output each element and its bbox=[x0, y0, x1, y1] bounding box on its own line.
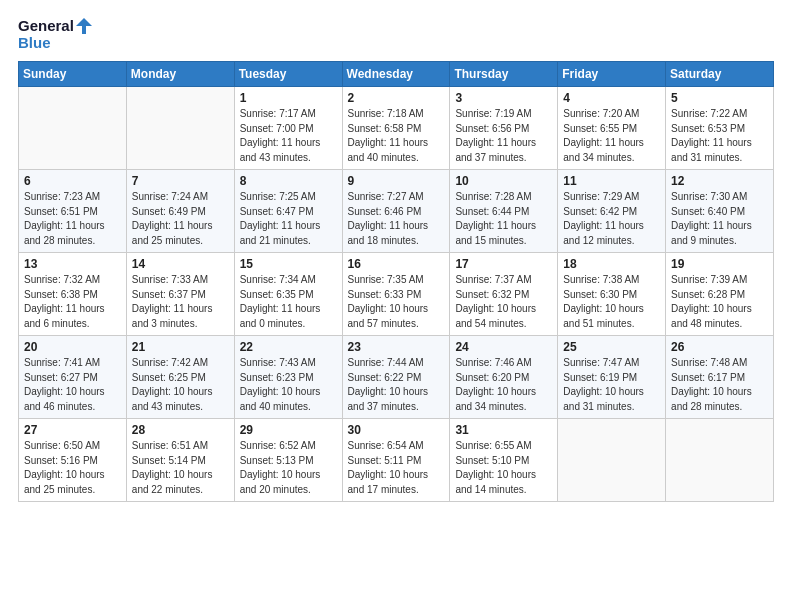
weekday-header-monday: Monday bbox=[126, 62, 234, 87]
day-number: 28 bbox=[132, 423, 229, 437]
day-number: 25 bbox=[563, 340, 660, 354]
day-cell: 16Sunrise: 7:35 AM Sunset: 6:33 PM Dayli… bbox=[342, 253, 450, 336]
svg-marker-0 bbox=[76, 18, 92, 34]
day-info: Sunrise: 6:51 AM Sunset: 5:14 PM Dayligh… bbox=[132, 439, 229, 497]
day-info: Sunrise: 7:29 AM Sunset: 6:42 PM Dayligh… bbox=[563, 190, 660, 248]
day-number: 7 bbox=[132, 174, 229, 188]
day-cell: 3Sunrise: 7:19 AM Sunset: 6:56 PM Daylig… bbox=[450, 87, 558, 170]
calendar-table: SundayMondayTuesdayWednesdayThursdayFrid… bbox=[18, 61, 774, 502]
day-info: Sunrise: 7:33 AM Sunset: 6:37 PM Dayligh… bbox=[132, 273, 229, 331]
week-row-5: 27Sunrise: 6:50 AM Sunset: 5:16 PM Dayli… bbox=[19, 419, 774, 502]
day-cell: 22Sunrise: 7:43 AM Sunset: 6:23 PM Dayli… bbox=[234, 336, 342, 419]
day-number: 15 bbox=[240, 257, 337, 271]
weekday-header-row: SundayMondayTuesdayWednesdayThursdayFrid… bbox=[19, 62, 774, 87]
day-info: Sunrise: 7:19 AM Sunset: 6:56 PM Dayligh… bbox=[455, 107, 552, 165]
day-info: Sunrise: 7:43 AM Sunset: 6:23 PM Dayligh… bbox=[240, 356, 337, 414]
day-number: 11 bbox=[563, 174, 660, 188]
day-number: 23 bbox=[348, 340, 445, 354]
day-info: Sunrise: 6:55 AM Sunset: 5:10 PM Dayligh… bbox=[455, 439, 552, 497]
logo-general: General bbox=[18, 18, 74, 35]
week-row-4: 20Sunrise: 7:41 AM Sunset: 6:27 PM Dayli… bbox=[19, 336, 774, 419]
day-number: 19 bbox=[671, 257, 768, 271]
day-cell: 11Sunrise: 7:29 AM Sunset: 6:42 PM Dayli… bbox=[558, 170, 666, 253]
day-cell: 7Sunrise: 7:24 AM Sunset: 6:49 PM Daylig… bbox=[126, 170, 234, 253]
day-number: 31 bbox=[455, 423, 552, 437]
day-info: Sunrise: 7:17 AM Sunset: 7:00 PM Dayligh… bbox=[240, 107, 337, 165]
day-info: Sunrise: 7:34 AM Sunset: 6:35 PM Dayligh… bbox=[240, 273, 337, 331]
day-number: 29 bbox=[240, 423, 337, 437]
day-info: Sunrise: 6:50 AM Sunset: 5:16 PM Dayligh… bbox=[24, 439, 121, 497]
day-cell: 27Sunrise: 6:50 AM Sunset: 5:16 PM Dayli… bbox=[19, 419, 127, 502]
day-info: Sunrise: 7:28 AM Sunset: 6:44 PM Dayligh… bbox=[455, 190, 552, 248]
day-info: Sunrise: 7:25 AM Sunset: 6:47 PM Dayligh… bbox=[240, 190, 337, 248]
day-cell: 4Sunrise: 7:20 AM Sunset: 6:55 PM Daylig… bbox=[558, 87, 666, 170]
day-number: 27 bbox=[24, 423, 121, 437]
day-cell: 30Sunrise: 6:54 AM Sunset: 5:11 PM Dayli… bbox=[342, 419, 450, 502]
day-cell bbox=[558, 419, 666, 502]
logo: General Blue bbox=[18, 18, 92, 51]
day-info: Sunrise: 6:54 AM Sunset: 5:11 PM Dayligh… bbox=[348, 439, 445, 497]
day-number: 14 bbox=[132, 257, 229, 271]
day-info: Sunrise: 7:27 AM Sunset: 6:46 PM Dayligh… bbox=[348, 190, 445, 248]
day-number: 22 bbox=[240, 340, 337, 354]
day-info: Sunrise: 7:32 AM Sunset: 6:38 PM Dayligh… bbox=[24, 273, 121, 331]
week-row-2: 6Sunrise: 7:23 AM Sunset: 6:51 PM Daylig… bbox=[19, 170, 774, 253]
day-number: 21 bbox=[132, 340, 229, 354]
page: General Blue SundayMondayTuesdayWednesda… bbox=[0, 0, 792, 520]
day-number: 24 bbox=[455, 340, 552, 354]
day-info: Sunrise: 7:38 AM Sunset: 6:30 PM Dayligh… bbox=[563, 273, 660, 331]
weekday-header-wednesday: Wednesday bbox=[342, 62, 450, 87]
weekday-header-thursday: Thursday bbox=[450, 62, 558, 87]
day-cell bbox=[666, 419, 774, 502]
day-number: 20 bbox=[24, 340, 121, 354]
day-cell: 19Sunrise: 7:39 AM Sunset: 6:28 PM Dayli… bbox=[666, 253, 774, 336]
day-cell: 12Sunrise: 7:30 AM Sunset: 6:40 PM Dayli… bbox=[666, 170, 774, 253]
day-info: Sunrise: 7:41 AM Sunset: 6:27 PM Dayligh… bbox=[24, 356, 121, 414]
day-cell: 28Sunrise: 6:51 AM Sunset: 5:14 PM Dayli… bbox=[126, 419, 234, 502]
day-number: 18 bbox=[563, 257, 660, 271]
day-cell: 26Sunrise: 7:48 AM Sunset: 6:17 PM Dayli… bbox=[666, 336, 774, 419]
day-info: Sunrise: 7:24 AM Sunset: 6:49 PM Dayligh… bbox=[132, 190, 229, 248]
day-number: 3 bbox=[455, 91, 552, 105]
logo-svg: General Blue bbox=[18, 18, 92, 51]
day-number: 8 bbox=[240, 174, 337, 188]
weekday-header-friday: Friday bbox=[558, 62, 666, 87]
week-row-3: 13Sunrise: 7:32 AM Sunset: 6:38 PM Dayli… bbox=[19, 253, 774, 336]
day-number: 2 bbox=[348, 91, 445, 105]
day-number: 4 bbox=[563, 91, 660, 105]
day-cell: 29Sunrise: 6:52 AM Sunset: 5:13 PM Dayli… bbox=[234, 419, 342, 502]
logo-arrow-icon bbox=[76, 18, 92, 34]
day-cell: 2Sunrise: 7:18 AM Sunset: 6:58 PM Daylig… bbox=[342, 87, 450, 170]
day-cell: 5Sunrise: 7:22 AM Sunset: 6:53 PM Daylig… bbox=[666, 87, 774, 170]
day-info: Sunrise: 7:39 AM Sunset: 6:28 PM Dayligh… bbox=[671, 273, 768, 331]
day-cell bbox=[19, 87, 127, 170]
day-cell: 6Sunrise: 7:23 AM Sunset: 6:51 PM Daylig… bbox=[19, 170, 127, 253]
day-number: 12 bbox=[671, 174, 768, 188]
day-info: Sunrise: 7:23 AM Sunset: 6:51 PM Dayligh… bbox=[24, 190, 121, 248]
day-cell: 24Sunrise: 7:46 AM Sunset: 6:20 PM Dayli… bbox=[450, 336, 558, 419]
day-number: 17 bbox=[455, 257, 552, 271]
day-info: Sunrise: 7:42 AM Sunset: 6:25 PM Dayligh… bbox=[132, 356, 229, 414]
day-number: 13 bbox=[24, 257, 121, 271]
day-number: 9 bbox=[348, 174, 445, 188]
day-number: 10 bbox=[455, 174, 552, 188]
day-number: 1 bbox=[240, 91, 337, 105]
day-cell: 15Sunrise: 7:34 AM Sunset: 6:35 PM Dayli… bbox=[234, 253, 342, 336]
day-cell: 17Sunrise: 7:37 AM Sunset: 6:32 PM Dayli… bbox=[450, 253, 558, 336]
weekday-header-sunday: Sunday bbox=[19, 62, 127, 87]
day-info: Sunrise: 7:22 AM Sunset: 6:53 PM Dayligh… bbox=[671, 107, 768, 165]
day-cell: 21Sunrise: 7:42 AM Sunset: 6:25 PM Dayli… bbox=[126, 336, 234, 419]
day-cell: 31Sunrise: 6:55 AM Sunset: 5:10 PM Dayli… bbox=[450, 419, 558, 502]
day-cell bbox=[126, 87, 234, 170]
day-info: Sunrise: 7:35 AM Sunset: 6:33 PM Dayligh… bbox=[348, 273, 445, 331]
day-cell: 10Sunrise: 7:28 AM Sunset: 6:44 PM Dayli… bbox=[450, 170, 558, 253]
day-number: 16 bbox=[348, 257, 445, 271]
day-info: Sunrise: 7:48 AM Sunset: 6:17 PM Dayligh… bbox=[671, 356, 768, 414]
day-info: Sunrise: 7:47 AM Sunset: 6:19 PM Dayligh… bbox=[563, 356, 660, 414]
day-cell: 23Sunrise: 7:44 AM Sunset: 6:22 PM Dayli… bbox=[342, 336, 450, 419]
day-cell: 1Sunrise: 7:17 AM Sunset: 7:00 PM Daylig… bbox=[234, 87, 342, 170]
day-number: 30 bbox=[348, 423, 445, 437]
day-info: Sunrise: 7:44 AM Sunset: 6:22 PM Dayligh… bbox=[348, 356, 445, 414]
weekday-header-tuesday: Tuesday bbox=[234, 62, 342, 87]
day-number: 5 bbox=[671, 91, 768, 105]
